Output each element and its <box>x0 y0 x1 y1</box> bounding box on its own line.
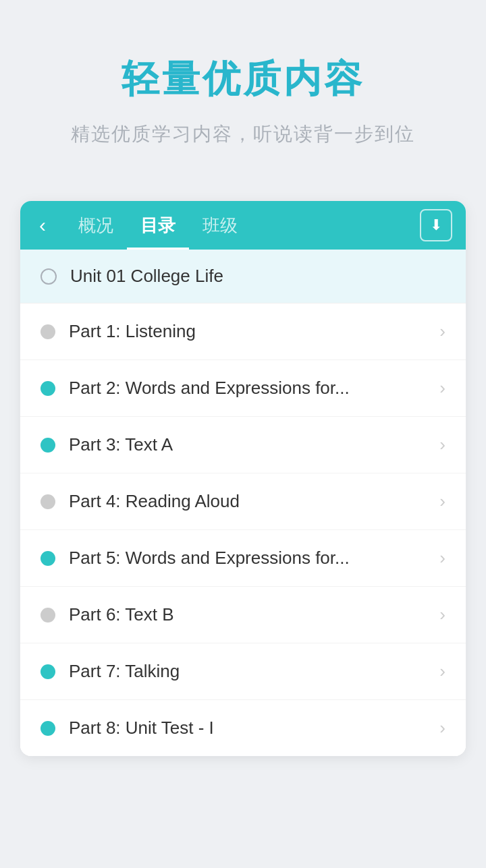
part-label: Part 7: Talking <box>69 661 433 682</box>
chevron-right-icon: › <box>439 434 446 455</box>
hero-title: 轻量优质内容 <box>27 54 459 105</box>
status-dot-gray <box>40 494 55 509</box>
unit-title: Unit 01 College Life <box>70 266 223 287</box>
status-dot-teal <box>40 551 55 566</box>
list-item[interactable]: Part 5: Words and Expressions for... › <box>20 530 466 587</box>
status-dot-teal <box>40 381 55 396</box>
list-item[interactable]: Part 7: Talking › <box>20 643 466 700</box>
unit-header: Unit 01 College Life <box>20 250 466 303</box>
chevron-right-icon: › <box>439 548 446 569</box>
download-icon: ⬇ <box>430 216 442 234</box>
part-label: Part 5: Words and Expressions for... <box>69 548 433 569</box>
status-dot-gray <box>40 608 55 623</box>
list-item[interactable]: Part 2: Words and Expressions for... › <box>20 360 466 417</box>
unit-circle <box>40 268 57 285</box>
back-button[interactable]: ‹ <box>34 208 51 242</box>
part-label: Part 6: Text B <box>69 604 433 625</box>
hero-subtitle: 精选优质学习内容，听说读背一步到位 <box>27 121 459 147</box>
part-label: Part 4: Reading Aloud <box>69 491 433 512</box>
chevron-right-icon: › <box>439 661 446 682</box>
download-button[interactable]: ⬇ <box>420 209 452 241</box>
chevron-right-icon: › <box>439 604 446 625</box>
status-dot-teal <box>40 438 55 453</box>
chevron-right-icon: › <box>439 321 446 342</box>
tab-catalog[interactable]: 目录 <box>127 201 189 250</box>
list-item[interactable]: Part 8: Unit Test - I › <box>20 700 466 756</box>
part-label: Part 8: Unit Test - I <box>69 718 433 739</box>
list-item[interactable]: Part 4: Reading Aloud › <box>20 473 466 530</box>
card-container: ‹ 概况 目录 班级 ⬇ Unit 01 College Life Part 1… <box>20 201 466 756</box>
list-section: Unit 01 College Life Part 1: Listening ›… <box>20 250 466 756</box>
chevron-right-icon: › <box>439 378 446 399</box>
page-container: 轻量优质内容 精选优质学习内容，听说读背一步到位 ‹ 概况 目录 班级 ⬇ Un… <box>0 0 486 868</box>
chevron-right-icon: › <box>439 491 446 512</box>
tab-bar: ‹ 概况 目录 班级 ⬇ <box>20 201 466 250</box>
tab-class[interactable]: 班级 <box>189 201 251 250</box>
status-dot-gray <box>40 324 55 339</box>
list-item[interactable]: Part 3: Text A › <box>20 417 466 473</box>
list-item[interactable]: Part 1: Listening › <box>20 303 466 360</box>
status-dot-teal <box>40 721 55 736</box>
chevron-right-icon: › <box>439 718 446 739</box>
part-label: Part 2: Words and Expressions for... <box>69 378 433 399</box>
status-dot-teal <box>40 664 55 679</box>
hero-section: 轻量优质内容 精选优质学习内容，听说读背一步到位 <box>0 0 486 174</box>
part-label: Part 1: Listening <box>69 321 433 342</box>
tab-overview[interactable]: 概况 <box>65 201 127 250</box>
part-label: Part 3: Text A <box>69 434 433 455</box>
list-item[interactable]: Part 6: Text B › <box>20 587 466 643</box>
